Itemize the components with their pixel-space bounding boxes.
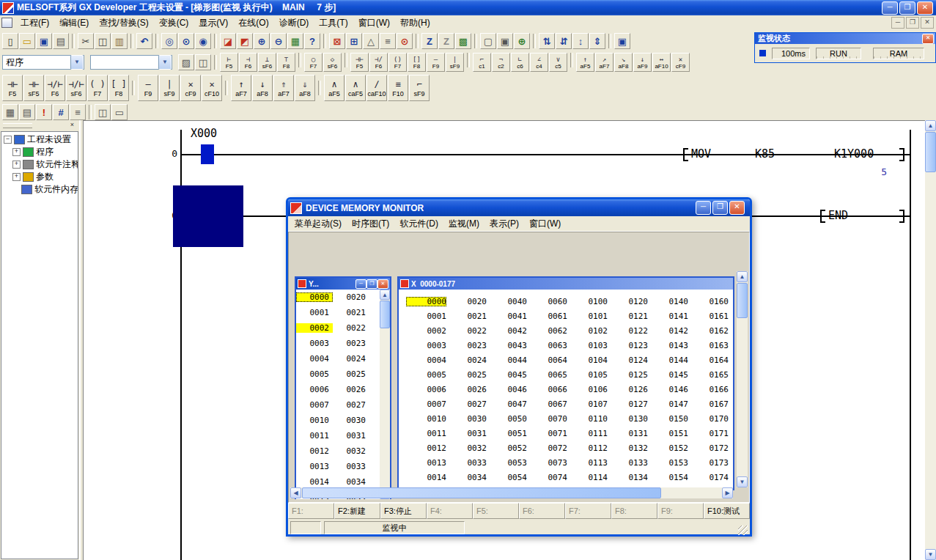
chevron-down-icon[interactable]: ▼	[70, 55, 84, 70]
ladder-key-F7-button[interactable]: ( )F7	[87, 75, 108, 101]
x-window-titlebar[interactable]: X 0000-0177	[399, 278, 733, 290]
tree-item-2[interactable]: +参数	[1, 171, 78, 183]
device-cell[interactable]: 0032	[333, 446, 369, 456]
device-cell[interactable]: 0013	[406, 458, 446, 468]
device-cell[interactable]: 0051	[487, 429, 527, 438]
rung0-operand1[interactable]: K85	[755, 147, 775, 161]
device-cell[interactable]: 0034	[446, 473, 487, 482]
device-cell[interactable]: 0041	[487, 312, 527, 321]
device-cell[interactable]: 0054	[487, 473, 527, 482]
expand-icon[interactable]: +	[12, 148, 21, 156]
device-cell[interactable]: 0020	[333, 292, 369, 302]
ladder-key-sF9-button[interactable]: |sF9	[159, 75, 180, 101]
device-cell[interactable]: 0170	[688, 414, 729, 424]
ladder-key-c6-button[interactable]: ∟c6	[511, 53, 529, 72]
menu-item-1[interactable]: 编辑(E)	[54, 15, 94, 32]
device-cell[interactable]: 0151	[648, 429, 688, 438]
print-button[interactable]: ▤	[53, 33, 69, 49]
panel-grip[interactable]	[3, 123, 32, 128]
monitor-status-close-button[interactable]: ✕	[922, 34, 934, 44]
comment-edit-button[interactable]: ▤	[19, 104, 35, 120]
client-vertical-scrollbar[interactable]: ▲ ▼	[737, 271, 748, 487]
scroll-left-icon[interactable]: ◀	[290, 487, 301, 498]
device-cell[interactable]: 0172	[688, 443, 729, 453]
device-cell[interactable]: 0127	[608, 399, 648, 409]
device-cell[interactable]: 0047	[487, 399, 527, 409]
ladder-key-aF8-button[interactable]: ↘aF8	[614, 53, 633, 72]
ladder-key-aF10-button[interactable]: ↔aF10	[652, 53, 671, 72]
undo-button[interactable]: ↶	[136, 33, 152, 49]
menu-item-7[interactable]: 工具(T)	[314, 15, 353, 32]
ladder-key-F5-button[interactable]: ⊣⊢F5	[2, 75, 23, 101]
help-button[interactable]: ?	[304, 33, 320, 49]
device-cell[interactable]: 0003	[406, 341, 446, 350]
restore-button[interactable]: ❐	[899, 1, 915, 15]
ladder-key-c2-button[interactable]: ¬c2	[492, 53, 510, 72]
dmm-menu-item-5[interactable]: 窗口(W)	[524, 215, 566, 232]
dmm-menu-item-3[interactable]: 监视(M)	[443, 215, 484, 232]
fkey-2-button[interactable]: F2:新建	[334, 503, 380, 519]
scroll-down-icon[interactable]: ▼	[737, 476, 748, 487]
device-cell[interactable]: 0042	[487, 326, 527, 336]
device-cell[interactable]: 0065	[527, 370, 567, 380]
ladder-key-F7-button[interactable]: ()F7	[388, 53, 407, 72]
ladder-key-caF5-button[interactable]: ∧caF5	[345, 75, 366, 101]
fkey-8-button[interactable]: F8:	[611, 503, 657, 519]
window-cascade-button[interactable]: ▢	[480, 33, 496, 49]
ladder-key-F10-button[interactable]: ≡F10	[388, 75, 408, 101]
monitor-zoom-button[interactable]: ⊕	[514, 33, 530, 49]
device-cell[interactable]: 0111	[567, 429, 608, 438]
verify-button[interactable]: △	[363, 33, 379, 49]
device-cell[interactable]: 0167	[688, 399, 729, 409]
find-button[interactable]: ◎	[161, 33, 177, 49]
program-check-button[interactable]: ⊠	[329, 33, 345, 49]
device-cell[interactable]: 0007	[296, 400, 333, 410]
device-cell[interactable]: 0066	[527, 385, 567, 394]
device-cell[interactable]: 0122	[608, 326, 648, 336]
fkey-5-button[interactable]: F5:	[473, 503, 519, 519]
device-cell[interactable]: 0123	[608, 341, 648, 350]
resize-grip[interactable]	[738, 526, 748, 535]
arrange-window-button[interactable]: ▭	[111, 104, 128, 120]
program-select-button[interactable]: ▨	[178, 54, 194, 70]
device-cell[interactable]: 0021	[446, 312, 487, 321]
device-cell[interactable]: 0026	[333, 385, 369, 394]
ladder-key-sF6-button[interactable]: ⊣/⊢sF6	[66, 75, 86, 101]
client-horizontal-scrollbar[interactable]: ◀ ▶	[290, 487, 733, 498]
device-cell[interactable]: 0006	[296, 385, 333, 394]
device-cell[interactable]: 0025	[333, 369, 369, 379]
expand-icon[interactable]: +	[12, 161, 21, 169]
ladder-key-aF7-button[interactable]: ⇑aF7	[273, 75, 294, 101]
ladder-key-F5-button[interactable]: ⊣⊢F5	[350, 53, 369, 72]
y-minimize-button[interactable]: ─	[355, 279, 366, 289]
menu-item-9[interactable]: 帮助(H)	[395, 15, 435, 32]
dmm-menu-item-2[interactable]: 软元件(D)	[394, 215, 443, 232]
tree-item-1[interactable]: +软元件注释	[1, 158, 78, 171]
replace-button[interactable]: ◉	[195, 33, 211, 49]
device-cell[interactable]: 0073	[527, 458, 567, 468]
expand-icon[interactable]: +	[12, 173, 21, 181]
device-cell[interactable]: 0024	[333, 354, 369, 364]
sort-ascending-button[interactable]: ⇅	[539, 33, 555, 49]
fkey-3-button[interactable]: F3:停止	[380, 503, 427, 519]
device-cell[interactable]: 0027	[333, 400, 369, 410]
rung0-instruction[interactable]: MOV	[691, 147, 711, 161]
device-cell[interactable]: 0121	[608, 312, 648, 321]
read-mode-button[interactable]: ◩	[237, 33, 253, 49]
dmm-minimize-button[interactable]: ─	[696, 201, 711, 215]
device-cell[interactable]: 0166	[688, 385, 729, 394]
device-cell[interactable]: 0140	[648, 297, 688, 306]
device-cell[interactable]: 0133	[608, 458, 648, 468]
device-cell[interactable]: 0043	[487, 341, 527, 350]
ladder-key-aF9-button[interactable]: ↓aF9	[633, 53, 652, 72]
ladder-key-caF10-button[interactable]: ∕caF10	[366, 75, 387, 101]
device-cell[interactable]: 0060	[527, 297, 567, 306]
ladder-key-aF5-button[interactable]: ∧aF5	[324, 75, 344, 101]
device-cell[interactable]: 0027	[446, 399, 487, 409]
sort-descending-button[interactable]: ⇵	[556, 33, 572, 49]
dmm-titlebar[interactable]: DEVICE MEMORY MONITOR ─ ❐ ✕	[288, 199, 750, 216]
ladder-key-F5-button[interactable]: ⊢F5	[220, 53, 238, 72]
device-cell[interactable]: 0001	[296, 308, 333, 317]
device-cell[interactable]: 0125	[608, 370, 648, 380]
minimize-button[interactable]: ─	[882, 1, 898, 15]
